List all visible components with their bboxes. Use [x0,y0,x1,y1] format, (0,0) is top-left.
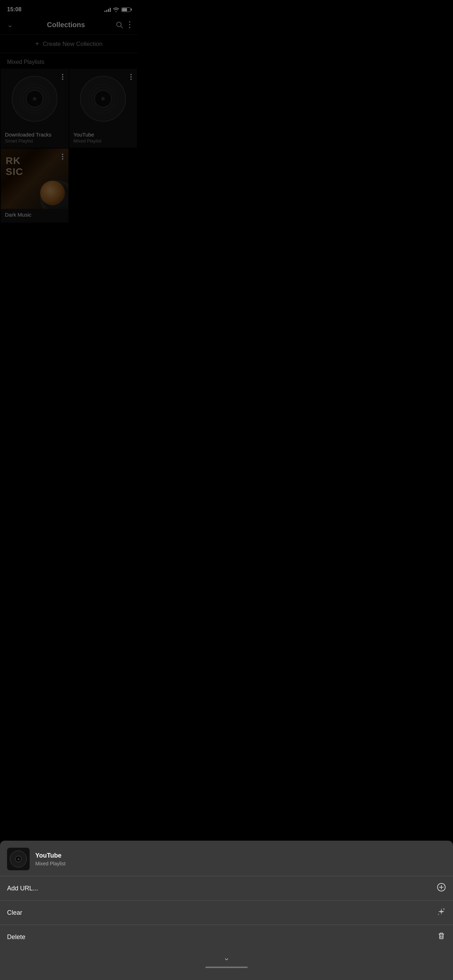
bottom-sheet-overlay[interactable] [0,0,138,298]
